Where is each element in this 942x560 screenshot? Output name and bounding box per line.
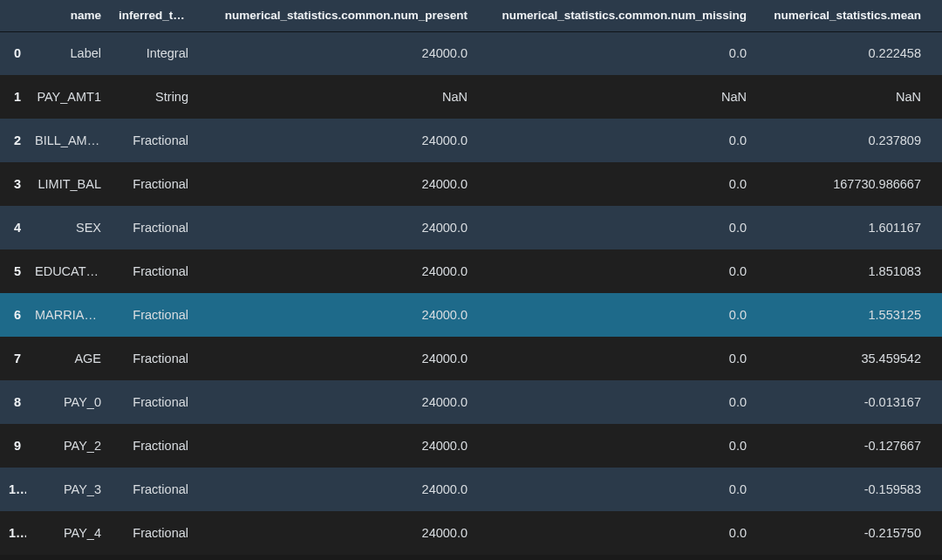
- col-header-num-present[interactable]: numerical_statistics.common.num_present: [197, 0, 476, 31]
- num-present-cell: 24000.0: [197, 31, 476, 75]
- inferred-type-cell: Fractional: [110, 337, 197, 380]
- name-cell: MARRIAGE: [26, 293, 110, 337]
- table-row[interactable]: 0LabelIntegral24000.00.00.222458: [0, 31, 942, 75]
- inferred-type-cell: Fractional: [110, 380, 197, 424]
- num-present-cell: 24000.0: [197, 206, 476, 249]
- index-cell: 11: [0, 511, 26, 555]
- table-row[interactable]: 7AGEFractional24000.00.035.459542: [0, 337, 942, 380]
- inferred-type-cell: Fractional: [110, 162, 197, 206]
- name-cell: BILL_AMT1: [26, 119, 110, 162]
- next-col-truncated-cell: [930, 380, 942, 424]
- table-row[interactable]: 5EDUCATIONFractional24000.00.01.851083: [0, 249, 942, 293]
- num-present-cell: 24000.0: [197, 337, 476, 380]
- col-header-name[interactable]: name: [26, 0, 110, 31]
- name-cell: PAY_0: [26, 380, 110, 424]
- num-present-cell: 24000.0: [197, 511, 476, 555]
- num-present-cell: 24000.0: [197, 468, 476, 511]
- next-col-truncated-cell: [930, 468, 942, 511]
- num-present-cell: NaN: [197, 75, 476, 119]
- inferred-type-cell: Fractional: [110, 468, 197, 511]
- num-missing-cell: 0.0: [476, 424, 755, 468]
- mean-cell: 0.222458: [755, 31, 930, 75]
- num-missing-cell: NaN: [476, 75, 755, 119]
- num-present-cell: 24000.0: [197, 162, 476, 206]
- num-missing-cell: 0.0: [476, 162, 755, 206]
- next-col-truncated-cell: [930, 424, 942, 468]
- table-row[interactable]: 9PAY_2Fractional24000.00.0-0.127667: [0, 424, 942, 468]
- mean-cell: 0.237809: [755, 119, 930, 162]
- col-header-mean[interactable]: numerical_statistics.mean: [755, 0, 930, 31]
- num-present-cell: 24000.0: [197, 380, 476, 424]
- table-row[interactable]: 1PAY_AMT1StringNaNNaNNaN: [0, 75, 942, 119]
- num-missing-cell: 0.0: [476, 293, 755, 337]
- col-header-num-missing[interactable]: numerical_statistics.common.num_missing: [476, 0, 755, 31]
- table-body: 0LabelIntegral24000.00.00.2224581PAY_AMT…: [0, 31, 942, 555]
- name-cell: PAY_4: [26, 511, 110, 555]
- next-col-truncated-cell: [930, 293, 942, 337]
- table-row[interactable]: 10PAY_3Fractional24000.00.0-0.159583: [0, 468, 942, 511]
- inferred-type-cell: String: [110, 75, 197, 119]
- table-header-row: name inferred_type numerical_statistics.…: [0, 0, 942, 31]
- num-missing-cell: 0.0: [476, 206, 755, 249]
- next-col-truncated-cell: [930, 31, 942, 75]
- next-col-truncated-cell: [930, 75, 942, 119]
- table-row[interactable]: 11PAY_4Fractional24000.00.0-0.215750: [0, 511, 942, 555]
- table-row[interactable]: 2BILL_AMT1Fractional24000.00.00.237809: [0, 119, 942, 162]
- index-cell: 3: [0, 162, 26, 206]
- index-cell: 0: [0, 31, 26, 75]
- inferred-type-cell: Integral: [110, 31, 197, 75]
- index-cell: 5: [0, 249, 26, 293]
- table-row[interactable]: 3LIMIT_BALFractional24000.00.0167730.986…: [0, 162, 942, 206]
- col-header-next-truncated[interactable]: [930, 0, 942, 31]
- mean-cell: 1.851083: [755, 249, 930, 293]
- mean-cell: 1.601167: [755, 206, 930, 249]
- name-cell: Label: [26, 31, 110, 75]
- mean-cell: 167730.986667: [755, 162, 930, 206]
- mean-cell: -0.159583: [755, 468, 930, 511]
- num-missing-cell: 0.0: [476, 337, 755, 380]
- num-missing-cell: 0.0: [476, 119, 755, 162]
- inferred-type-cell: Fractional: [110, 424, 197, 468]
- inferred-type-cell: Fractional: [110, 293, 197, 337]
- name-cell: PAY_2: [26, 424, 110, 468]
- index-cell: 8: [0, 380, 26, 424]
- next-col-truncated-cell: [930, 337, 942, 380]
- mean-cell: 35.459542: [755, 337, 930, 380]
- num-missing-cell: 0.0: [476, 468, 755, 511]
- index-cell: 1: [0, 75, 26, 119]
- index-cell: 6: [0, 293, 26, 337]
- index-cell: 9: [0, 424, 26, 468]
- index-cell: 10: [0, 468, 26, 511]
- next-col-truncated-cell: [930, 162, 942, 206]
- statistics-table: name inferred_type numerical_statistics.…: [0, 0, 942, 555]
- index-cell: 7: [0, 337, 26, 380]
- table-row[interactable]: 4SEXFractional24000.00.01.601167: [0, 206, 942, 249]
- col-header-inferred-type[interactable]: inferred_type: [110, 0, 197, 31]
- num-present-cell: 24000.0: [197, 424, 476, 468]
- num-missing-cell: 0.0: [476, 380, 755, 424]
- num-present-cell: 24000.0: [197, 249, 476, 293]
- num-missing-cell: 0.0: [476, 249, 755, 293]
- mean-cell: 1.553125: [755, 293, 930, 337]
- name-cell: SEX: [26, 206, 110, 249]
- inferred-type-cell: Fractional: [110, 249, 197, 293]
- next-col-truncated-cell: [930, 511, 942, 555]
- table-row[interactable]: 6MARRIAGEFractional24000.00.01.553125: [0, 293, 942, 337]
- mean-cell: -0.215750: [755, 511, 930, 555]
- table-row[interactable]: 8PAY_0Fractional24000.00.0-0.013167: [0, 380, 942, 424]
- num-missing-cell: 0.0: [476, 511, 755, 555]
- name-cell: EDUCATION: [26, 249, 110, 293]
- mean-cell: -0.013167: [755, 380, 930, 424]
- next-col-truncated-cell: [930, 119, 942, 162]
- num-present-cell: 24000.0: [197, 293, 476, 337]
- inferred-type-cell: Fractional: [110, 206, 197, 249]
- next-col-truncated-cell: [930, 249, 942, 293]
- index-cell: 2: [0, 119, 26, 162]
- name-cell: PAY_3: [26, 468, 110, 511]
- inferred-type-cell: Fractional: [110, 511, 197, 555]
- mean-cell: -0.127667: [755, 424, 930, 468]
- next-col-truncated-cell: [930, 206, 942, 249]
- col-header-index[interactable]: [0, 0, 26, 31]
- name-cell: LIMIT_BAL: [26, 162, 110, 206]
- index-cell: 4: [0, 206, 26, 249]
